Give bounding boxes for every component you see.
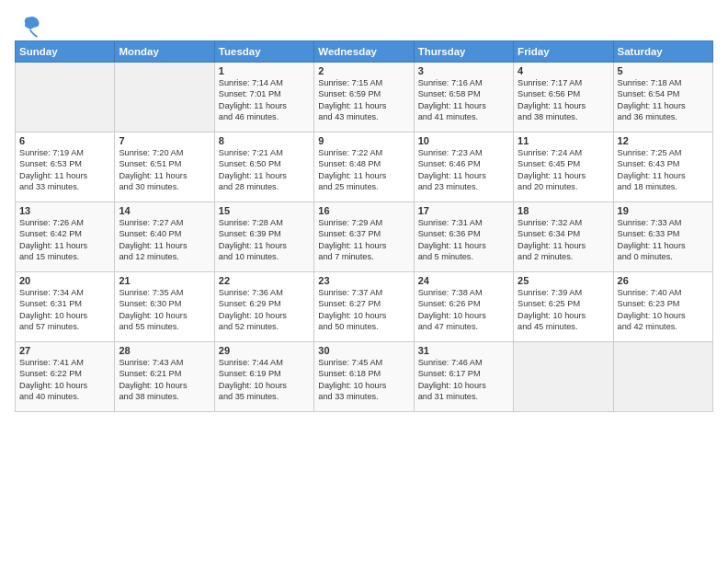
calendar-cell: 7Sunrise: 7:20 AM Sunset: 6:51 PM Daylig… xyxy=(115,132,214,202)
calendar-cell: 15Sunrise: 7:28 AM Sunset: 6:39 PM Dayli… xyxy=(214,202,313,272)
weekday-header-sunday: Sunday xyxy=(16,41,115,63)
calendar-cell: 2Sunrise: 7:15 AM Sunset: 6:59 PM Daylig… xyxy=(314,63,414,132)
cell-content: Sunrise: 7:35 AM Sunset: 6:30 PM Dayligh… xyxy=(119,287,210,333)
day-number: 26 xyxy=(618,275,709,286)
cell-content: Sunrise: 7:25 AM Sunset: 6:43 PM Dayligh… xyxy=(618,147,709,193)
cell-content: Sunrise: 7:36 AM Sunset: 6:29 PM Dayligh… xyxy=(219,287,310,333)
cell-content: Sunrise: 7:37 AM Sunset: 6:27 PM Dayligh… xyxy=(318,287,409,333)
weekday-header-monday: Monday xyxy=(115,41,214,63)
day-number: 25 xyxy=(518,275,609,286)
cell-content: Sunrise: 7:20 AM Sunset: 6:51 PM Dayligh… xyxy=(119,147,210,193)
day-number: 20 xyxy=(19,275,110,286)
week-row-1: 1Sunrise: 7:14 AM Sunset: 7:01 PM Daylig… xyxy=(16,63,713,132)
calendar-cell: 4Sunrise: 7:17 AM Sunset: 6:56 PM Daylig… xyxy=(514,63,613,132)
cell-content: Sunrise: 7:32 AM Sunset: 6:34 PM Dayligh… xyxy=(518,217,609,263)
week-row-2: 6Sunrise: 7:19 AM Sunset: 6:53 PM Daylig… xyxy=(16,132,713,202)
calendar-cell: 9Sunrise: 7:22 AM Sunset: 6:48 PM Daylig… xyxy=(314,132,414,202)
weekday-header-row: SundayMondayTuesdayWednesdayThursdayFrid… xyxy=(16,41,713,63)
day-number: 30 xyxy=(318,345,409,356)
cell-content: Sunrise: 7:27 AM Sunset: 6:40 PM Dayligh… xyxy=(119,217,210,263)
day-number: 24 xyxy=(418,275,509,286)
calendar-cell: 25Sunrise: 7:39 AM Sunset: 6:25 PM Dayli… xyxy=(514,272,613,342)
calendar-cell: 21Sunrise: 7:35 AM Sunset: 6:30 PM Dayli… xyxy=(115,272,214,342)
day-number: 27 xyxy=(19,345,110,356)
cell-content: Sunrise: 7:44 AM Sunset: 6:19 PM Dayligh… xyxy=(219,357,310,403)
calendar-cell: 13Sunrise: 7:26 AM Sunset: 6:42 PM Dayli… xyxy=(16,202,115,272)
weekday-header-tuesday: Tuesday xyxy=(214,41,313,63)
calendar-cell: 27Sunrise: 7:41 AM Sunset: 6:22 PM Dayli… xyxy=(16,342,115,412)
calendar-cell: 8Sunrise: 7:21 AM Sunset: 6:50 PM Daylig… xyxy=(214,132,313,202)
calendar-cell: 14Sunrise: 7:27 AM Sunset: 6:40 PM Dayli… xyxy=(115,202,214,272)
day-number: 17 xyxy=(418,205,509,216)
day-number: 2 xyxy=(318,65,409,76)
weekday-header-thursday: Thursday xyxy=(414,41,513,63)
cell-content: Sunrise: 7:16 AM Sunset: 6:58 PM Dayligh… xyxy=(418,77,509,123)
day-number: 18 xyxy=(518,205,609,216)
day-number: 15 xyxy=(219,205,310,216)
weekday-header-saturday: Saturday xyxy=(613,41,712,63)
cell-content: Sunrise: 7:14 AM Sunset: 7:01 PM Dayligh… xyxy=(219,77,310,123)
logo-bird-icon xyxy=(17,13,42,39)
page-container: SundayMondayTuesdayWednesdayThursdayFrid… xyxy=(0,0,728,419)
day-number: 22 xyxy=(219,275,310,286)
cell-content: Sunrise: 7:29 AM Sunset: 6:37 PM Dayligh… xyxy=(318,217,409,263)
week-row-5: 27Sunrise: 7:41 AM Sunset: 6:22 PM Dayli… xyxy=(16,342,713,412)
day-number: 8 xyxy=(219,135,310,146)
day-number: 14 xyxy=(119,205,210,216)
calendar-cell: 24Sunrise: 7:38 AM Sunset: 6:26 PM Dayli… xyxy=(414,272,513,342)
calendar-cell: 5Sunrise: 7:18 AM Sunset: 6:54 PM Daylig… xyxy=(613,63,712,132)
day-number: 11 xyxy=(518,135,609,146)
cell-content: Sunrise: 7:15 AM Sunset: 6:59 PM Dayligh… xyxy=(318,77,409,123)
weekday-header-friday: Friday xyxy=(514,41,613,63)
day-number: 31 xyxy=(418,345,509,356)
cell-content: Sunrise: 7:18 AM Sunset: 6:54 PM Dayligh… xyxy=(618,77,709,123)
cell-content: Sunrise: 7:26 AM Sunset: 6:42 PM Dayligh… xyxy=(19,217,110,263)
calendar-cell: 11Sunrise: 7:24 AM Sunset: 6:45 PM Dayli… xyxy=(514,132,613,202)
week-row-4: 20Sunrise: 7:34 AM Sunset: 6:31 PM Dayli… xyxy=(16,272,713,342)
cell-content: Sunrise: 7:40 AM Sunset: 6:23 PM Dayligh… xyxy=(618,287,709,333)
calendar-cell: 12Sunrise: 7:25 AM Sunset: 6:43 PM Dayli… xyxy=(613,132,712,202)
day-number: 12 xyxy=(618,135,709,146)
calendar-cell: 3Sunrise: 7:16 AM Sunset: 6:58 PM Daylig… xyxy=(414,63,513,132)
day-number: 21 xyxy=(119,275,210,286)
cell-content: Sunrise: 7:23 AM Sunset: 6:46 PM Dayligh… xyxy=(418,147,509,193)
day-number: 1 xyxy=(219,65,310,76)
day-number: 28 xyxy=(119,345,210,356)
calendar-cell: 23Sunrise: 7:37 AM Sunset: 6:27 PM Dayli… xyxy=(314,272,414,342)
day-number: 16 xyxy=(318,205,409,216)
calendar-cell: 6Sunrise: 7:19 AM Sunset: 6:53 PM Daylig… xyxy=(16,132,115,202)
cell-content: Sunrise: 7:43 AM Sunset: 6:21 PM Dayligh… xyxy=(119,357,210,403)
weekday-header-wednesday: Wednesday xyxy=(314,41,414,63)
day-number: 9 xyxy=(318,135,409,146)
cell-content: Sunrise: 7:24 AM Sunset: 6:45 PM Dayligh… xyxy=(518,147,609,193)
cell-content: Sunrise: 7:21 AM Sunset: 6:50 PM Dayligh… xyxy=(219,147,310,193)
day-number: 23 xyxy=(318,275,409,286)
calendar-cell: 30Sunrise: 7:45 AM Sunset: 6:18 PM Dayli… xyxy=(314,342,414,412)
cell-content: Sunrise: 7:28 AM Sunset: 6:39 PM Dayligh… xyxy=(219,217,310,263)
cell-content: Sunrise: 7:41 AM Sunset: 6:22 PM Dayligh… xyxy=(19,357,110,403)
cell-content: Sunrise: 7:17 AM Sunset: 6:56 PM Dayligh… xyxy=(518,77,609,123)
calendar-cell: 29Sunrise: 7:44 AM Sunset: 6:19 PM Dayli… xyxy=(214,342,313,412)
calendar-cell: 17Sunrise: 7:31 AM Sunset: 6:36 PM Dayli… xyxy=(414,202,513,272)
calendar-cell: 22Sunrise: 7:36 AM Sunset: 6:29 PM Dayli… xyxy=(214,272,313,342)
calendar-cell: 18Sunrise: 7:32 AM Sunset: 6:34 PM Dayli… xyxy=(514,202,613,272)
day-number: 29 xyxy=(219,345,310,356)
calendar-cell: 16Sunrise: 7:29 AM Sunset: 6:37 PM Dayli… xyxy=(314,202,414,272)
cell-content: Sunrise: 7:19 AM Sunset: 6:53 PM Dayligh… xyxy=(19,147,110,193)
day-number: 3 xyxy=(418,65,509,76)
calendar-cell: 19Sunrise: 7:33 AM Sunset: 6:33 PM Dayli… xyxy=(613,202,712,272)
day-number: 4 xyxy=(518,65,609,76)
calendar-cell: 31Sunrise: 7:46 AM Sunset: 6:17 PM Dayli… xyxy=(414,342,513,412)
calendar-cell xyxy=(115,63,214,132)
week-row-3: 13Sunrise: 7:26 AM Sunset: 6:42 PM Dayli… xyxy=(16,202,713,272)
cell-content: Sunrise: 7:45 AM Sunset: 6:18 PM Dayligh… xyxy=(318,357,409,403)
day-number: 6 xyxy=(19,135,110,146)
cell-content: Sunrise: 7:22 AM Sunset: 6:48 PM Dayligh… xyxy=(318,147,409,193)
calendar-cell: 26Sunrise: 7:40 AM Sunset: 6:23 PM Dayli… xyxy=(613,272,712,342)
cell-content: Sunrise: 7:34 AM Sunset: 6:31 PM Dayligh… xyxy=(19,287,110,333)
cell-content: Sunrise: 7:31 AM Sunset: 6:36 PM Dayligh… xyxy=(418,217,509,263)
day-number: 10 xyxy=(418,135,509,146)
day-number: 19 xyxy=(618,205,709,216)
cell-content: Sunrise: 7:38 AM Sunset: 6:26 PM Dayligh… xyxy=(418,287,509,333)
calendar-cell xyxy=(613,342,712,412)
